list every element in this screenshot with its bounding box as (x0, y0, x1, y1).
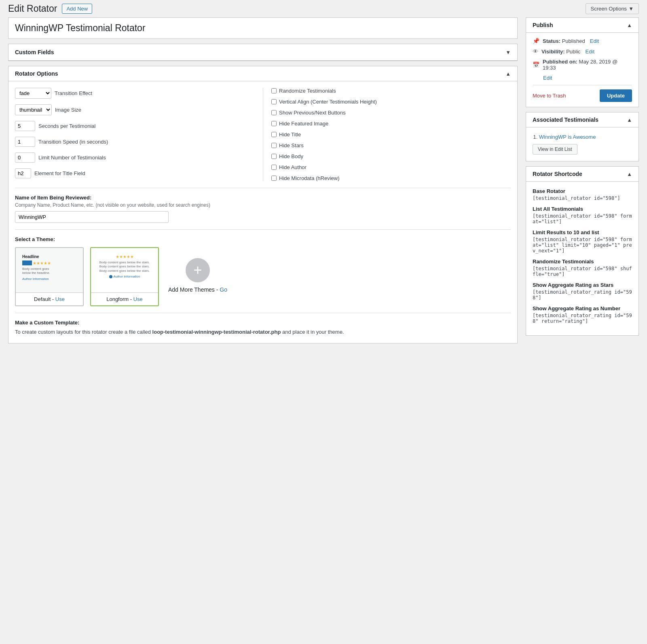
add-more-themes-card[interactable]: + Add More Themes - Go (165, 247, 230, 304)
image-size-select[interactable]: thumbnail medium large full (15, 104, 52, 115)
shortcode-limit-results-title: Limit Results to 10 and list (533, 229, 632, 235)
themes-grid: Headline ★★★★★ Body content goesbelow th… (15, 247, 511, 306)
associated-testimonials-body: WinningWP is Awesome View in Edit List (526, 127, 639, 161)
published-on-edit-link[interactable]: Edit (543, 75, 552, 81)
shortcode-rating-number-value: [testimonial_rotator_rating id="598" ret… (533, 313, 632, 324)
chevron-up-icon: ▲ (627, 22, 632, 28)
theme-card-default-footer: Default - Use (16, 292, 83, 305)
shortcode-rating-stars-value: [testimonial_rotator_rating id="598"] (533, 289, 632, 301)
checkbox-randomize-label[interactable]: Randomize Testimonials (271, 88, 336, 94)
left-options: fade slide none Transition Effect thumbn… (15, 88, 263, 181)
element-title-input[interactable] (15, 168, 31, 178)
limit-testimonials-input[interactable] (15, 153, 35, 163)
item-reviewed-label: Name of Item Being Reviewed: (15, 195, 511, 201)
checkbox-hide-microdata-label[interactable]: Hide Microdata (hReview) (271, 175, 340, 181)
transition-effect-select[interactable]: fade slide none (15, 88, 51, 99)
testimonial-link[interactable]: WinningWP is Awesome (539, 134, 596, 140)
theme-card-longform[interactable]: ★★★★★ Body content goes below the stars.… (90, 247, 159, 306)
post-title-box (8, 17, 518, 39)
add-more-themes-go-link[interactable]: Go (220, 286, 227, 293)
visibility-row: 👁 Visibility: Public Edit (533, 48, 632, 55)
rotator-shortcode-header[interactable]: Rotator Shortcode ▲ (526, 167, 639, 182)
theme-card-default[interactable]: Headline ★★★★★ Body content goesbelow th… (15, 247, 84, 306)
item-reviewed-section: Name of Item Being Reviewed: Company Nam… (15, 195, 511, 223)
post-title-input[interactable] (15, 23, 511, 34)
publish-divider (533, 85, 632, 85)
item-reviewed-sublabel: Company Name, Product Name, etc. (not vi… (15, 202, 511, 208)
transition-effect-label: Transition Effect (55, 90, 92, 96)
theme-default-use-link[interactable]: Use (55, 296, 65, 302)
limit-testimonials-row: Limit Number of Testimonials (15, 153, 255, 163)
add-new-button[interactable]: Add New (62, 4, 92, 14)
rotator-shortcode-title: Rotator Shortcode (533, 171, 582, 177)
shortcode-rating-stars-title: Show Aggregate Rating as Stars (533, 282, 632, 288)
custom-fields-header[interactable]: Custom Fields ▼ (8, 44, 517, 61)
chevron-down-icon: ▼ (628, 6, 634, 12)
screen-options-label: Screen Options (591, 6, 627, 12)
checkbox-vertical-align-row: Vertical Align (Center Testimonials Heig… (271, 99, 511, 105)
shortcode-randomize-title: Randomize Testimonials (533, 258, 632, 265)
options-divider (15, 188, 511, 188)
shortcode-base-rotator-value: [testimonial_rotator id="598"] (533, 195, 632, 201)
checkbox-show-prev-next-label[interactable]: Show Previous/Next Buttons (271, 110, 346, 116)
checkbox-hide-stars[interactable] (271, 143, 277, 148)
checkbox-show-prev-next[interactable] (271, 110, 277, 115)
visibility-icon: 👁 (533, 48, 538, 55)
shortcode-list-all-title: List All Testimonials (533, 206, 632, 212)
item-reviewed-input[interactable] (15, 211, 169, 223)
checkbox-hide-title[interactable] (271, 132, 277, 137)
associated-testimonials-panel: Associated Testimonials ▲ WinningWP is A… (526, 112, 639, 161)
shortcode-base-rotator-title: Base Rotator (533, 188, 632, 194)
rotator-options-body: fade slide none Transition Effect thumbn… (8, 81, 517, 343)
custom-fields-panel: Custom Fields ▼ (8, 44, 518, 61)
theme-card-longform-footer: Longform - Use (91, 292, 158, 305)
add-more-themes-label: Add More Themes - Go (168, 286, 227, 293)
visibility-edit-link[interactable]: Edit (586, 49, 594, 55)
checkbox-hide-author[interactable] (271, 165, 277, 170)
checkbox-hide-body-row: Hide Body (271, 153, 511, 159)
checkbox-vertical-align[interactable] (271, 99, 277, 104)
publish-panel-header[interactable]: Publish ▲ (526, 18, 639, 33)
checkbox-hide-body[interactable] (271, 154, 277, 159)
image-size-label: Image Size (55, 107, 81, 113)
custom-template-section: Make a Custom Template: To create custom… (15, 320, 511, 337)
transition-speed-row: Transition Speed (in seconds) (15, 137, 255, 147)
seconds-per-testimonial-input[interactable] (15, 121, 35, 131)
checkbox-hide-featured-label[interactable]: Hide Featured Image (271, 121, 328, 127)
checkbox-hide-microdata-row: Hide Microdata (hReview) (271, 175, 511, 181)
associated-testimonials-header[interactable]: Associated Testimonials ▲ (526, 112, 639, 127)
checkbox-hide-body-label[interactable]: Hide Body (271, 153, 303, 159)
image-size-row: thumbnail medium large full Image Size (15, 104, 255, 115)
element-title-label: Element for Title Field (34, 170, 85, 176)
screen-options-button[interactable]: Screen Options ▼ (586, 3, 639, 14)
rotator-options-header[interactable]: Rotator Options ▲ (8, 66, 517, 81)
update-button[interactable]: Update (600, 89, 632, 102)
shortcode-rating-number-title: Show Aggregate Rating as Number (533, 305, 632, 311)
checkbox-hide-author-label[interactable]: Hide Author (271, 164, 307, 170)
transition-speed-input[interactable] (15, 137, 35, 147)
checkbox-hide-microdata[interactable] (271, 176, 277, 181)
checkbox-vertical-align-label[interactable]: Vertical Align (Center Testimonials Heig… (271, 99, 377, 105)
checkbox-hide-title-label[interactable]: Hide Title (271, 131, 301, 138)
checkbox-hide-stars-row: Hide Stars (271, 142, 511, 148)
shortcode-list-all: List All Testimonials [testimonial_rotat… (533, 206, 632, 225)
rotator-options-title: Rotator Options (15, 70, 58, 77)
right-options: Randomize Testimonials Vertical Align (C… (263, 88, 511, 181)
status-edit-link[interactable]: Edit (590, 38, 599, 44)
checkbox-hide-featured[interactable] (271, 121, 277, 126)
limit-testimonials-label: Limit Number of Testimonials (38, 155, 106, 161)
status-icon: 📌 (533, 38, 539, 44)
left-column: Custom Fields ▼ Rotator Options ▲ fade (8, 17, 518, 343)
theme-preview-longform: ★★★★★ Body content goes below the stars.… (91, 248, 158, 292)
move-to-trash-link[interactable]: Move to Trash (533, 93, 566, 99)
shortcode-list-all-value: [testimonial_rotator id="598" format="li… (533, 213, 632, 225)
theme-longform-use-link[interactable]: Use (133, 296, 143, 302)
checkbox-hide-stars-label[interactable]: Hide Stars (271, 142, 304, 148)
publish-panel-title: Publish (533, 22, 553, 28)
chevron-up-icon: ▲ (627, 171, 632, 177)
chevron-down-icon: ▼ (505, 49, 511, 55)
list-item: WinningWP is Awesome (539, 134, 632, 140)
transition-effect-row: fade slide none Transition Effect (15, 88, 255, 99)
view-edit-list-button[interactable]: View in Edit List (533, 144, 577, 155)
checkbox-randomize[interactable] (271, 88, 277, 93)
